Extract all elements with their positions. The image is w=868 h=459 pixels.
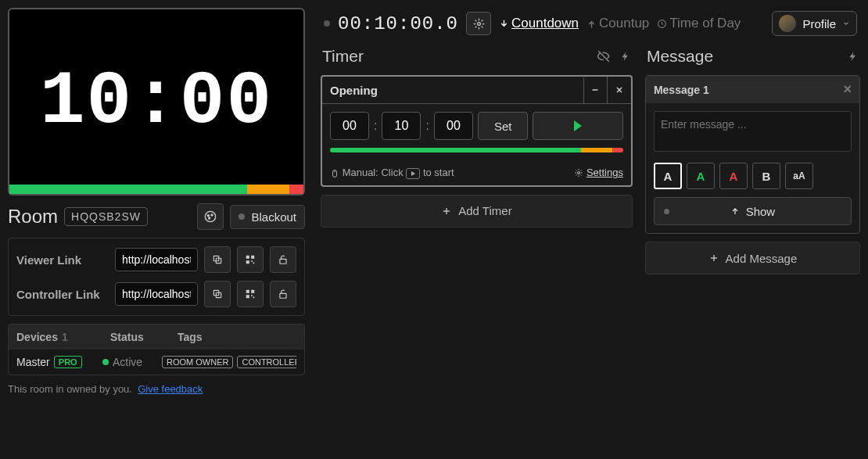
svg-rect-18: [253, 297, 255, 299]
settings-button[interactable]: [466, 12, 491, 35]
qr-icon: [245, 254, 256, 265]
svg-rect-9: [251, 260, 253, 262]
status-dot-icon: [239, 213, 245, 220]
svg-point-1: [208, 215, 210, 217]
svg-point-0: [206, 211, 216, 221]
bold-button[interactable]: B: [752, 163, 780, 189]
svg-point-2: [211, 214, 213, 216]
hours-input[interactable]: [330, 112, 369, 140]
play-icon: [406, 168, 420, 179]
bolt-icon[interactable]: [848, 49, 859, 63]
svg-point-23: [577, 171, 579, 174]
blackout-button[interactable]: Blackout: [230, 205, 305, 229]
message-panel-title: Message: [647, 47, 713, 66]
timer-progress: [330, 148, 623, 152]
devices-count: 1: [62, 331, 68, 343]
mouse-icon: [330, 169, 339, 178]
qr-controller-button[interactable]: [237, 281, 264, 307]
svg-rect-16: [246, 295, 249, 298]
mode-timeofday[interactable]: Time of Day: [657, 16, 741, 31]
close-message-button[interactable]: ×: [843, 81, 852, 98]
message-input[interactable]: [654, 111, 852, 152]
close-icon: [615, 85, 624, 95]
device-tag: ROOM OWNER: [162, 356, 233, 368]
palette-button[interactable]: [197, 203, 224, 230]
color-red-button[interactable]: A: [719, 163, 748, 189]
unlock-icon: [278, 254, 289, 265]
seconds-input[interactable]: [434, 112, 473, 140]
svg-rect-10: [253, 263, 255, 264]
mode-countup[interactable]: Countup: [586, 16, 649, 31]
arrow-down-icon: [499, 19, 509, 29]
svg-point-3: [209, 217, 210, 219]
devices-col-status: Status: [110, 331, 162, 343]
close-timer-button[interactable]: [608, 77, 631, 103]
play-icon: [574, 120, 582, 131]
minus-icon: [590, 85, 600, 95]
arrow-up-icon: [586, 19, 597, 29]
manual-hint: Manual: Click to start: [330, 167, 454, 179]
viewer-link-input[interactable]: [115, 248, 198, 271]
message-name[interactable]: Message 1: [654, 84, 709, 96]
minimize-button[interactable]: [584, 77, 608, 103]
copy-controller-button[interactable]: [204, 281, 231, 307]
plus-icon: [708, 253, 719, 264]
add-timer-button[interactable]: Add Timer: [321, 195, 633, 228]
preview-progress: [9, 185, 303, 194]
blackout-label: Blackout: [251, 210, 296, 224]
color-white-button[interactable]: A: [654, 163, 682, 189]
lock-controller-button[interactable]: [270, 281, 296, 307]
copy-viewer-button[interactable]: [204, 246, 231, 273]
arrow-up-icon: [730, 206, 740, 216]
show-message-button[interactable]: Show: [654, 197, 852, 225]
pro-badge: PRO: [54, 356, 82, 368]
links-box: Viewer Link Controller Link: [8, 238, 305, 316]
viewer-link-label: Viewer Link: [16, 253, 109, 267]
devices-table: Devices 1 Status Tags Master PRO Active …: [8, 324, 305, 375]
svg-point-20: [477, 22, 480, 25]
timer-settings-link[interactable]: Settings: [574, 167, 623, 178]
case-button[interactable]: aA: [785, 163, 813, 189]
timer-card: Opening : : Set: [321, 75, 633, 187]
message-card: Message 1 × A A A B aA: [645, 75, 860, 234]
svg-rect-7: [251, 256, 254, 259]
gear-icon: [473, 18, 485, 30]
timer-preview: 10:00: [8, 8, 305, 195]
status-dot-icon: [102, 359, 109, 365]
palette-icon: [204, 210, 217, 223]
device-name: Master: [16, 356, 50, 368]
bolt-icon[interactable]: [620, 49, 631, 63]
controller-link-input[interactable]: [115, 282, 198, 306]
svg-rect-8: [246, 260, 249, 264]
preview-time: 10:00: [40, 59, 273, 145]
add-message-button[interactable]: Add Message: [645, 242, 860, 274]
unlock-icon: [278, 289, 289, 299]
avatar: [779, 15, 796, 32]
qr-viewer-button[interactable]: [237, 246, 264, 273]
play-button[interactable]: [533, 112, 622, 140]
device-status: Active: [113, 356, 142, 368]
gear-icon: [574, 168, 583, 178]
lock-viewer-button[interactable]: [270, 246, 296, 273]
qr-icon: [245, 289, 256, 299]
room-label: Room: [8, 206, 58, 228]
color-green-button[interactable]: A: [687, 163, 715, 189]
mode-countdown[interactable]: Countdown: [499, 16, 579, 31]
set-button[interactable]: Set: [478, 112, 529, 140]
copy-icon: [212, 289, 223, 299]
svg-rect-19: [280, 293, 286, 298]
status-dot-icon: [664, 209, 669, 214]
table-row: Master PRO Active ROOM OWNER CONTROLLER: [9, 350, 304, 375]
profile-button[interactable]: Profile: [772, 11, 857, 36]
svg-rect-6: [246, 256, 249, 259]
timer-name[interactable]: Opening: [322, 77, 584, 103]
give-feedback-link[interactable]: Give feedback: [138, 383, 203, 395]
topbar-time: 00:10:00.0: [338, 13, 458, 34]
eye-off-icon[interactable]: [597, 49, 611, 63]
room-code[interactable]: HQQSB2SW: [64, 207, 148, 226]
svg-rect-15: [251, 290, 254, 293]
devices-col-name: Devices: [16, 331, 58, 343]
minutes-input[interactable]: [382, 112, 421, 140]
device-tag: CONTROLLER: [237, 356, 296, 368]
svg-rect-11: [280, 259, 286, 264]
